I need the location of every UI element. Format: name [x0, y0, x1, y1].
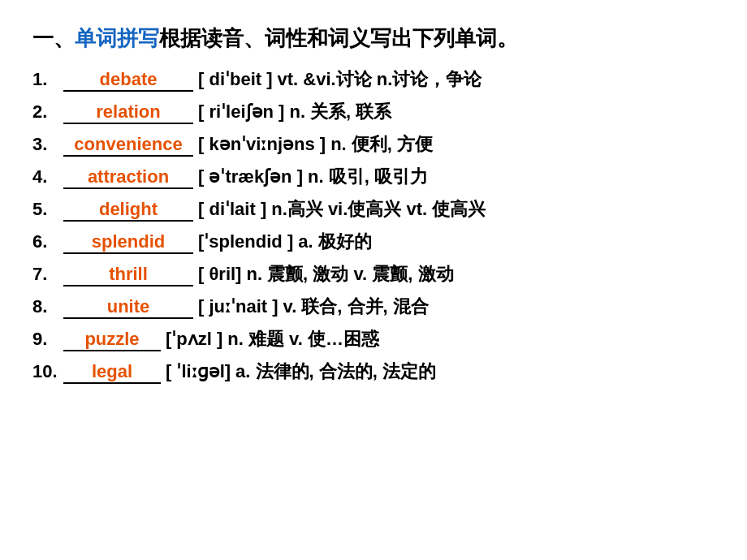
phonetic: [ˈsplendid ] [198, 231, 293, 252]
phonetic: [ ˈliːɡəl] [166, 361, 231, 382]
blank-word: relation [63, 101, 193, 124]
phonetic: [ riˈleiʃən ] [198, 101, 284, 123]
definition: n. 震颤, 激动 v. 震颤, 激动 [246, 262, 453, 286]
word-item-2: 2.relation [ riˈleiʃən ] n. 关系, 联系 [32, 100, 715, 124]
word-item-1: 1.debate [ diˈbeit ] vt. &vi.讨论 n.讨论，争论 [32, 67, 715, 92]
header-suffix: 根据读音、词性和词义写出下列单词。 [159, 26, 518, 50]
definition: n.高兴 vi.使高兴 vt. 使高兴 [271, 197, 486, 222]
word-list: 1.debate [ diˈbeit ] vt. &vi.讨论 n.讨论，争论2… [32, 67, 715, 384]
section-header: 一、单词拼写根据读音、词性和词义写出下列单词。 [32, 24, 715, 53]
blank-word: attraction [63, 166, 193, 189]
phonetic: [ diˈbeit ] [198, 69, 273, 90]
answer-word: splendid [92, 231, 165, 252]
blank-word: puzzle [63, 329, 161, 351]
answer-word: unite [107, 296, 150, 317]
item-number: 4. [32, 166, 63, 187]
definition: vt. &vi.讨论 n.讨论，争论 [278, 67, 482, 92]
word-item-7: 7.thrill [ θril] n. 震颤, 激动 v. 震颤, 激动 [32, 262, 715, 286]
definition: n. 吸引, 吸引力 [308, 165, 428, 189]
phonetic: [ juːˈnait ] [198, 296, 279, 317]
word-item-4: 4.attraction [ əˈtrækʃən ] n. 吸引, 吸引力 [32, 165, 715, 189]
answer-word: delight [99, 199, 158, 219]
phonetic: [ θril] [198, 264, 241, 285]
answer-word: legal [92, 361, 132, 381]
definition: a. 极好的 [298, 230, 371, 254]
item-number: 3. [32, 134, 63, 155]
blank-word: debate [63, 69, 193, 92]
answer-word: relation [96, 101, 160, 122]
word-item-8: 8.unite [ juːˈnait ] v. 联合, 合并, 混合 [32, 295, 715, 319]
item-number: 5. [32, 199, 63, 220]
definition: a. 法律的, 合法的, 法定的 [235, 360, 436, 384]
definition: n. 关系, 联系 [289, 100, 391, 124]
blank-word: delight [63, 199, 193, 222]
word-item-3: 3.convenience [ kənˈviːnjəns ] n. 便利, 方便 [32, 132, 715, 157]
definition: n. 便利, 方便 [330, 132, 433, 157]
blank-word: unite [63, 296, 193, 319]
phonetic: [ˈpʌzl ] [166, 329, 222, 350]
word-item-9: 9.puzzle [ˈpʌzl ] n. 难题 v. 使…困惑 [32, 327, 715, 351]
item-number: 10. [32, 361, 63, 382]
word-item-10: 10.legal [ ˈliːɡəl] a. 法律的, 合法的, 法定的 [32, 360, 715, 384]
blank-word: legal [63, 361, 161, 384]
phonetic: [ kənˈviːnjəns ] [198, 134, 326, 155]
word-item-5: 5.delight [ diˈlait ] n.高兴 vi.使高兴 vt. 使高… [32, 197, 715, 222]
answer-word: thrill [109, 264, 148, 284]
definition: n. 难题 v. 使…困惑 [227, 327, 379, 351]
definition: v. 联合, 合并, 混合 [283, 295, 429, 319]
phonetic: [ diˈlait ] [198, 199, 266, 220]
answer-word: attraction [88, 166, 169, 187]
header-highlight: 单词拼写 [75, 26, 159, 50]
item-number: 1. [32, 69, 63, 90]
blank-word: splendid [63, 231, 193, 254]
item-number: 7. [32, 264, 63, 285]
phonetic: [ əˈtrækʃən ] [198, 166, 303, 187]
answer-word: debate [100, 69, 158, 89]
item-number: 9. [32, 329, 63, 350]
blank-word: convenience [63, 134, 193, 157]
word-item-6: 6.splendid [ˈsplendid ] a. 极好的 [32, 230, 715, 254]
item-number: 6. [32, 231, 63, 252]
blank-word: thrill [63, 264, 193, 286]
answer-word: puzzle [84, 329, 139, 349]
item-number: 2. [32, 101, 63, 123]
answer-word: convenience [74, 134, 182, 154]
item-number: 8. [32, 296, 63, 317]
header-prefix: 一、 [32, 26, 75, 50]
